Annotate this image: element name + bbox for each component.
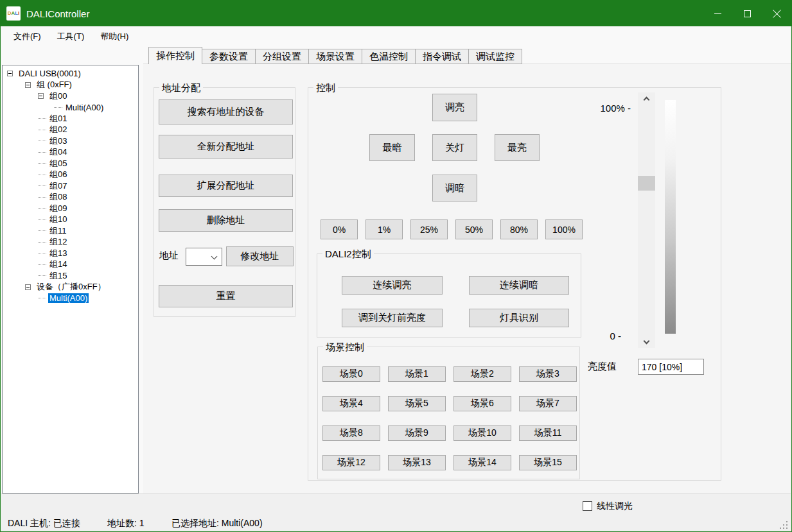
minimize-button[interactable] xyxy=(703,1,732,26)
brightness-value-field[interactable]: 170 [10%] xyxy=(638,359,704,375)
tree-item-group12[interactable]: 组12 xyxy=(3,237,138,248)
tree-item-group-root[interactable]: 组 (0xFF) xyxy=(3,80,138,91)
scene-0-button[interactable]: 场景0 xyxy=(322,366,380,382)
dim-up-button[interactable]: 调亮 xyxy=(432,94,477,121)
percent-1-button[interactable]: 1% xyxy=(365,219,403,239)
continuous-dim-down-button[interactable]: 连续调暗 xyxy=(469,276,569,295)
tree-item-multi-a00[interactable]: Multi(A00) xyxy=(3,102,138,114)
scrollbar-thumb[interactable] xyxy=(638,176,655,191)
tree-item-device-broadcast[interactable]: 设备（广播0xFF） xyxy=(3,282,138,293)
tree-item-group01[interactable]: 组01 xyxy=(3,113,138,124)
scene-6-button[interactable]: 场景6 xyxy=(453,396,511,411)
minimize-icon xyxy=(714,13,721,14)
scene-14-button[interactable]: 场景14 xyxy=(453,455,511,470)
window-title: DALIController xyxy=(26,8,89,19)
collapse-icon[interactable] xyxy=(7,71,13,76)
scene-10-button[interactable]: 场景10 xyxy=(453,425,511,441)
tree-item-dali-usb[interactable]: DALI USB(0001) xyxy=(3,68,138,80)
tree-item-group15[interactable]: 组15 xyxy=(3,270,138,282)
scene-15-button[interactable]: 场景15 xyxy=(519,455,577,470)
percent-50-button[interactable]: 50% xyxy=(455,219,493,239)
scene-13-button[interactable]: 场景13 xyxy=(388,455,446,470)
percent-80-button[interactable]: 80% xyxy=(500,219,538,239)
brightness-scrollbar[interactable] xyxy=(638,92,655,348)
scroll-down-button[interactable] xyxy=(638,336,655,348)
scene-1-button[interactable]: 场景1 xyxy=(388,366,446,382)
collapse-icon[interactable] xyxy=(38,93,44,99)
percent-25-button[interactable]: 25% xyxy=(410,219,448,239)
status-host-connected: DALI 主机: 已连接 xyxy=(8,518,80,529)
chevron-up-icon xyxy=(644,96,650,103)
tab-scene-settings[interactable]: 场景设置 xyxy=(308,49,362,64)
scene-3-button[interactable]: 场景3 xyxy=(519,366,577,382)
chevron-down-icon xyxy=(644,338,650,344)
tree-item-group03[interactable]: 组03 xyxy=(3,135,138,147)
tree-item-group07[interactable]: 组07 xyxy=(3,180,138,192)
recall-last-level-button[interactable]: 调到关灯前亮度 xyxy=(342,309,443,327)
percent-100-button[interactable]: 100% xyxy=(545,219,583,239)
tab-operation-control[interactable]: 操作控制 xyxy=(148,47,202,64)
tree-item-group04[interactable]: 组04 xyxy=(3,147,138,159)
menu-help[interactable]: 帮助(H) xyxy=(93,28,136,46)
scene-8-button[interactable]: 场景8 xyxy=(322,425,380,441)
tree-connector-icon xyxy=(38,130,46,130)
menu-tools[interactable]: 工具(T) xyxy=(50,28,92,46)
modify-address-button[interactable]: 修改地址 xyxy=(226,246,294,266)
scene-2-button[interactable]: 场景2 xyxy=(453,366,511,382)
tree-item-group09[interactable]: 组09 xyxy=(3,203,138,214)
menu-file[interactable]: 文件(F) xyxy=(6,28,48,46)
tree-item-group05[interactable]: 组05 xyxy=(3,158,138,169)
extended-assign-addresses-button[interactable]: 扩展分配地址 xyxy=(159,175,293,197)
luminaire-identify-button[interactable]: 灯具识别 xyxy=(469,309,569,327)
max-brightness-button[interactable]: 最亮 xyxy=(495,134,540,161)
scene-4-button[interactable]: 场景4 xyxy=(322,396,380,411)
scene-7-button[interactable]: 场景7 xyxy=(519,396,577,411)
dim-down-button[interactable]: 调暗 xyxy=(432,175,477,202)
resize-grip[interactable] xyxy=(786,528,788,529)
maximize-button[interactable] xyxy=(732,1,762,26)
app-icon-letter: I xyxy=(18,11,19,16)
scene-11-button[interactable]: 场景11 xyxy=(519,425,577,441)
tree-connector-icon xyxy=(38,163,46,164)
scene-control-group: 场景控制 场景0 场景1 场景2 场景3 场景4 场景5 场景6 场景7 场景8… xyxy=(317,347,580,479)
linear-dimming-checkbox[interactable] xyxy=(583,501,592,511)
tab-parameter-settings[interactable]: 参数设置 xyxy=(202,49,256,64)
tab-command-debug[interactable]: 指令调试 xyxy=(415,49,469,64)
address-label: 地址 xyxy=(159,250,179,262)
collapse-icon[interactable] xyxy=(25,82,31,88)
tab-color-temp-control[interactable]: 色温控制 xyxy=(362,49,416,64)
search-addressed-devices-button[interactable]: 搜索有地址的设备 xyxy=(159,99,293,124)
tab-debug-monitor[interactable]: 调试监控 xyxy=(468,49,522,64)
address-combobox[interactable] xyxy=(186,248,222,266)
continuous-dim-up-button[interactable]: 连续调亮 xyxy=(342,276,443,295)
tree-connector-icon xyxy=(38,275,46,276)
title-bar: DALI DALIController xyxy=(1,1,791,26)
delete-address-button[interactable]: 删除地址 xyxy=(159,209,293,232)
tree-item-group08[interactable]: 组08 xyxy=(3,192,138,203)
scene-5-button[interactable]: 场景5 xyxy=(388,396,446,411)
tree-connector-icon xyxy=(38,298,46,298)
tree-item-group11[interactable]: 组11 xyxy=(3,225,138,237)
tree-connector-icon xyxy=(38,197,46,198)
light-off-button[interactable]: 关灯 xyxy=(432,134,477,161)
scene-12-button[interactable]: 场景12 xyxy=(322,455,380,470)
tree-item-group00[interactable]: 组00 xyxy=(3,90,138,102)
tree-item-group14[interactable]: 组14 xyxy=(3,259,138,271)
tree-item-group02[interactable]: 组02 xyxy=(3,124,138,136)
min-brightness-button[interactable]: 最暗 xyxy=(369,134,415,161)
percent-0-button[interactable]: 0% xyxy=(321,219,358,239)
assign-new-addresses-button[interactable]: 全新分配地址 xyxy=(159,135,293,159)
group-title: 场景控制 xyxy=(323,341,367,354)
close-button[interactable] xyxy=(762,1,791,26)
tree-item-group10[interactable]: 组10 xyxy=(3,214,138,226)
percent-button-row: 0% 1% 25% 50% 80% 100% xyxy=(321,219,583,239)
scroll-up-button[interactable] xyxy=(638,92,655,104)
tree-connector-icon xyxy=(38,230,46,231)
tree-item-group06[interactable]: 组06 xyxy=(3,169,138,181)
scene-9-button[interactable]: 场景9 xyxy=(388,425,446,441)
reset-button[interactable]: 重置 xyxy=(159,285,293,307)
collapse-icon[interactable] xyxy=(25,284,31,290)
tab-grouping-settings[interactable]: 分组设置 xyxy=(255,49,309,64)
tree-item-group13[interactable]: 组13 xyxy=(3,248,138,259)
tree-item-multi-a00-selected[interactable]: Multi(A00) xyxy=(3,293,138,304)
